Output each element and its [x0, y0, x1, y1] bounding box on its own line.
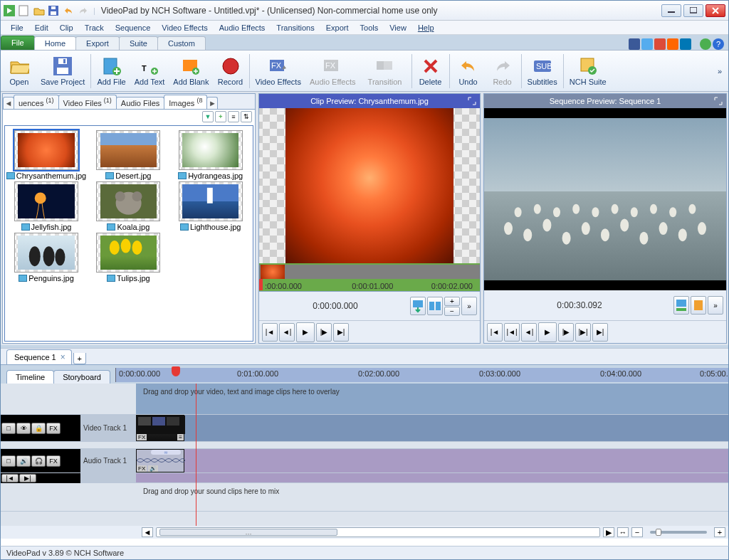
qat-redo-icon[interactable] — [78, 4, 91, 17]
scroll-track[interactable]: ∙∙∙ — [156, 527, 600, 537]
info-icon[interactable] — [700, 38, 711, 50]
minimize-button[interactable] — [661, 4, 681, 17]
seq-step-back-button[interactable]: ◄| — [521, 323, 537, 342]
suite-tab[interactable]: Suite — [119, 36, 158, 50]
add-file-button[interactable]: Add File — [93, 52, 130, 90]
qat-undo-icon[interactable] — [63, 4, 76, 17]
track-expand-icon[interactable]: |◄ — [1, 474, 19, 482]
menu-tools[interactable]: Tools — [355, 22, 384, 33]
menu-sequence[interactable]: Sequence — [110, 22, 157, 33]
clip-filmstrip[interactable] — [259, 263, 480, 280]
sequence-tab[interactable]: Sequence 1× — [6, 349, 72, 364]
open-button[interactable]: Open — [2, 52, 36, 90]
track-lock-icon[interactable]: 🔒 — [31, 423, 46, 434]
clip-time-ruler[interactable]: :00:00.0000:00:01.0000:00:02.000 — [259, 280, 480, 292]
clip-fx-label[interactable]: FX — [137, 465, 147, 472]
close-tab-icon[interactable]: × — [61, 352, 65, 362]
export-tab[interactable]: Export — [75, 36, 120, 50]
track-solo-icon[interactable]: 🎧 — [31, 455, 46, 467]
audio-track-content[interactable]: ∞ FX 🔊 — [136, 449, 728, 472]
clip-play-button[interactable]: ▶ — [296, 322, 315, 342]
clip-next-button[interactable]: |▶ — [316, 323, 332, 342]
seq-snap-button[interactable] — [691, 296, 706, 315]
menu-audio-effects[interactable]: Audio Effects — [214, 22, 271, 33]
zoom-in-button[interactable]: + — [714, 527, 725, 537]
facebook-icon[interactable] — [629, 38, 640, 50]
seq-prev-clip-button[interactable]: |◄| — [504, 323, 520, 342]
undo-button[interactable]: Undo — [451, 52, 486, 90]
add-sequence-button[interactable]: + — [73, 353, 86, 364]
seq-next-clip-button[interactable]: |▶| — [575, 323, 591, 342]
menu-clip[interactable]: Clip — [54, 22, 79, 33]
video-track-content[interactable]: FX ≡ — [136, 415, 728, 441]
file-tab[interactable]: File — [1, 36, 35, 50]
zoom-fit-button[interactable]: ↔ — [617, 527, 629, 537]
track-speaker-icon[interactable]: 🔊 — [16, 455, 31, 467]
video-track-label[interactable]: Video Track 1 — [80, 415, 136, 441]
bin-tab-video-files[interactable]: Video Files (1) — [58, 95, 117, 109]
track-fx-icon[interactable]: FX — [46, 423, 61, 434]
clip-preview-viewport[interactable] — [259, 108, 480, 263]
nch-suite-button[interactable]: NCH Suite — [565, 52, 611, 90]
save-project-button[interactable]: Save Project — [36, 52, 89, 90]
zoom-slider[interactable] — [650, 531, 707, 534]
clip-plus-button[interactable]: + — [444, 297, 460, 306]
seq-more-button[interactable]: » — [708, 296, 723, 315]
clip-place-button[interactable] — [410, 297, 426, 315]
custom-tab[interactable]: Custom — [157, 36, 206, 50]
thumb-jellyfish[interactable]: Jellyfish.jpg — [6, 181, 86, 231]
clip-fx-label[interactable]: FX — [137, 434, 147, 440]
menu-view[interactable]: View — [384, 22, 412, 33]
bin-tab-images[interactable]: Images (8 — [164, 95, 207, 109]
bin-sort-icon[interactable]: ⇅ — [241, 111, 252, 122]
zoom-out-button[interactable]: − — [631, 527, 643, 537]
linkedin-icon[interactable] — [680, 38, 691, 50]
video-clip[interactable]: FX ≡ — [136, 415, 184, 441]
record-button[interactable]: Record — [214, 52, 248, 90]
maximize-button[interactable] — [683, 4, 703, 17]
seq-end-button[interactable]: ▶| — [592, 323, 608, 342]
thumb-tulips[interactable]: Tulips.jpg — [88, 233, 168, 282]
storyboard-view-tab[interactable]: Storyboard — [53, 370, 110, 384]
bin-tab-left-icon[interactable]: ◄ — [3, 97, 14, 109]
qat-save-icon[interactable] — [48, 4, 61, 17]
track-collapse-icon[interactable]: ▶| — [19, 474, 36, 482]
scroll-thumb[interactable]: ∙∙∙ — [159, 529, 337, 536]
add-blank-button[interactable]: Add Blank — [169, 52, 213, 90]
bin-list-icon[interactable]: ≡ — [228, 111, 239, 122]
seq-export-button[interactable] — [673, 296, 689, 315]
bin-tab-audio-files[interactable]: Audio Files — [116, 97, 164, 109]
seq-step-fwd-button[interactable]: |▶ — [558, 323, 574, 342]
clip-more-button[interactable]: » — [461, 297, 477, 315]
audio-effects-button[interactable]: FXAudio Effects — [305, 52, 360, 90]
menu-transitions[interactable]: Transitions — [271, 22, 320, 33]
bin-tab-right-icon[interactable]: ► — [206, 97, 218, 109]
bin-dropdown-icon[interactable]: ▼ — [202, 111, 214, 122]
menu-edit[interactable]: Edit — [29, 22, 54, 33]
clip-start-button[interactable]: |◄ — [262, 323, 278, 342]
clip-prev-button[interactable]: ◄| — [279, 323, 295, 342]
scroll-left-icon[interactable]: ◄ — [142, 527, 153, 537]
bin-add-icon[interactable]: + — [215, 111, 226, 122]
thumb-lighthouse[interactable]: Lighthouse.jpg — [171, 181, 251, 231]
redo-button[interactable]: Redo — [486, 52, 520, 90]
audio-clip[interactable]: ∞ FX 🔊 — [136, 449, 184, 472]
clip-split-button[interactable] — [427, 297, 443, 315]
menu-file[interactable]: File — [5, 22, 29, 33]
thumb-hydrangeas[interactable]: Hydrangeas.jpg — [171, 130, 251, 180]
seq-play-button[interactable]: ▶ — [538, 322, 557, 342]
track-view-icon[interactable]: □ — [1, 423, 16, 434]
thumb-chrysanthemum[interactable]: Chrysanthemum.jpg — [6, 130, 86, 180]
expand-icon[interactable] — [467, 96, 477, 106]
track-eye-icon[interactable]: 👁 — [16, 423, 31, 434]
audio-track-label[interactable]: Audio Track 1 — [80, 449, 136, 472]
clip-end-button[interactable]: ▶| — [333, 323, 349, 342]
app-icon[interactable] — [4, 4, 16, 17]
qat-open-icon[interactable] — [33, 4, 46, 17]
gplus-icon[interactable] — [654, 38, 666, 50]
menu-video-effects[interactable]: Video Effects — [156, 22, 213, 33]
twitter-icon[interactable] — [641, 38, 653, 50]
home-tab[interactable]: Home — [34, 36, 76, 50]
menu-export[interactable]: Export — [320, 22, 355, 33]
mix-track[interactable]: Drag and drop your sound clips here to m… — [136, 483, 728, 511]
